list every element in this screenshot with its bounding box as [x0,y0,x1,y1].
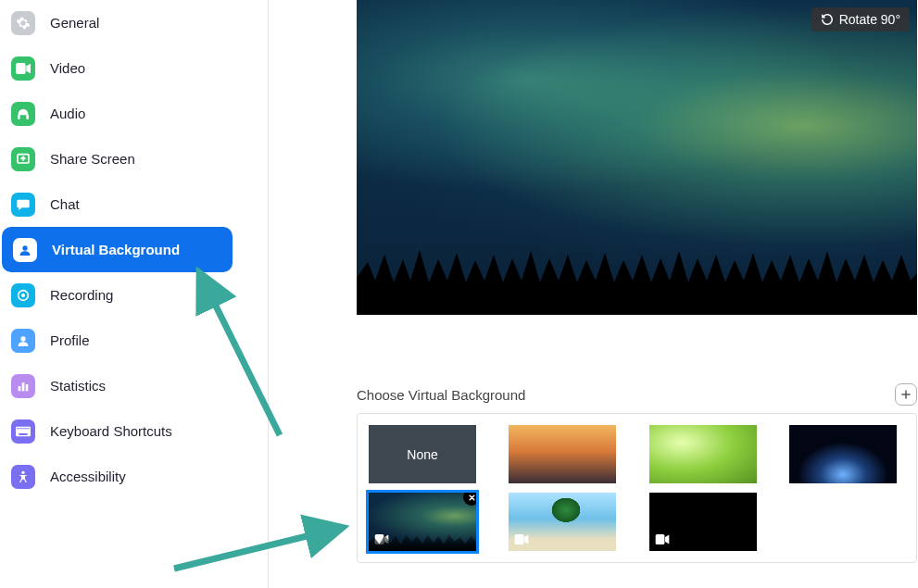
sidebar-item-virtual-background[interactable]: Virtual Background [2,227,233,272]
svg-point-20 [21,470,24,473]
add-background-button[interactable] [895,383,917,406]
sidebar-item-label: Video [50,60,85,76]
sidebar-item-label: Audio [50,106,85,121]
svg-rect-8 [19,386,21,391]
svg-rect-21 [375,534,384,544]
rotate-button[interactable]: Rotate 90° [811,7,910,31]
sidebar-item-label: Chat [50,196,80,212]
sidebar-item-label: Accessibility [50,469,126,484]
svg-point-7 [20,336,25,341]
preview-treeline [357,227,917,315]
sidebar-item-label: Recording [50,287,113,303]
close-icon [468,494,476,502]
video-badge-icon [514,532,529,547]
sidebar-item-label: Statistics [50,378,106,394]
thumb-none-label: None [407,447,437,462]
background-thumb-black[interactable] [649,493,757,551]
gear-icon [11,11,35,35]
section-title: Choose Virtual Background [357,387,525,403]
recording-icon [11,283,35,307]
background-thumb-bridge[interactable] [509,425,616,483]
sidebar-item-share-screen[interactable]: Share Screen [0,136,268,181]
svg-rect-23 [655,534,664,544]
svg-rect-22 [515,534,524,544]
svg-rect-17 [26,428,27,429]
svg-rect-15 [22,428,23,429]
svg-rect-2 [26,114,29,119]
svg-rect-18 [28,428,29,429]
sidebar-item-label: Virtual Background [52,242,180,257]
sidebar-item-statistics[interactable]: Statistics [0,363,268,408]
statistics-icon [11,374,35,398]
sidebar-item-label: Share Screen [50,151,135,167]
svg-rect-12 [17,428,18,429]
svg-rect-1 [18,114,20,119]
rotate-label: Rotate 90° [839,12,900,27]
sidebar-item-audio[interactable]: Audio [0,91,268,136]
keyboard-icon [11,419,35,444]
background-thumbnails: None [357,413,917,563]
svg-rect-19 [19,433,27,435]
svg-rect-0 [16,63,26,74]
svg-rect-13 [19,428,19,429]
background-thumb-none[interactable]: None [369,425,476,483]
svg-rect-10 [26,384,29,391]
sidebar-item-label: General [50,15,99,31]
sidebar-item-keyboard-shortcuts[interactable]: Keyboard Shortcuts [0,408,268,454]
plus-icon [899,388,912,401]
settings-sidebar: General Video Audio Share Screen Chat [0,0,269,588]
share-screen-icon [11,147,35,171]
sidebar-item-chat[interactable]: Chat [0,181,268,227]
settings-main: Rotate 90° Choose Virtual Background Non… [269,0,918,588]
video-badge-icon [655,532,670,547]
rotate-icon [821,13,834,26]
chat-icon [11,193,35,217]
accessibility-icon [11,465,35,489]
sidebar-item-label: Profile [50,332,90,348]
svg-rect-16 [24,428,25,429]
sidebar-item-label: Keyboard Shortcuts [50,423,172,439]
sidebar-item-recording[interactable]: Recording [0,272,268,318]
background-thumb-aurora[interactable] [369,493,476,551]
svg-rect-14 [20,428,21,429]
svg-point-6 [21,294,25,297]
virtual-background-icon [13,238,37,262]
sidebar-item-accessibility[interactable]: Accessibility [0,454,268,499]
video-badge-icon [374,532,389,547]
headphones-icon [11,102,35,126]
background-thumb-beach[interactable] [509,493,616,551]
sidebar-item-general[interactable]: General [0,0,268,45]
profile-icon [11,329,35,353]
svg-rect-9 [22,382,25,391]
background-preview: Rotate 90° [357,0,917,315]
video-icon [11,56,35,81]
remove-background-button[interactable] [463,493,476,506]
background-thumb-grass[interactable] [649,425,757,483]
svg-point-4 [22,245,27,250]
background-thumb-earth[interactable] [789,425,897,483]
sidebar-item-video[interactable]: Video [0,45,268,91]
sidebar-item-profile[interactable]: Profile [0,318,268,363]
